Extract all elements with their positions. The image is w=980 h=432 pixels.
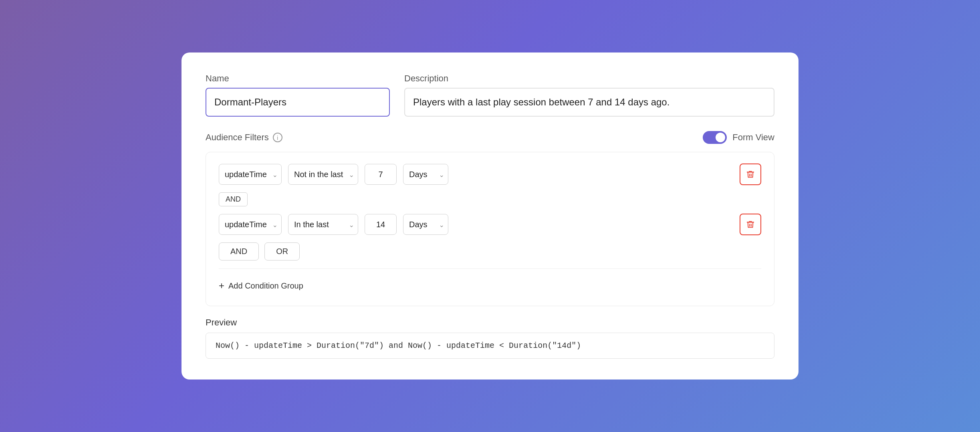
name-field-group: Name (206, 73, 390, 117)
unit-select-wrapper-2: Days Hours Weeks (403, 214, 448, 235)
divider (219, 268, 761, 269)
name-description-row: Name Description (206, 73, 774, 117)
trash-icon-2 (746, 220, 755, 229)
trash-icon-1 (746, 170, 755, 179)
add-condition-group-button[interactable]: + Add Condition Group (219, 277, 303, 295)
and-button[interactable]: AND (219, 242, 259, 260)
filter-row-2: updateTime In the last Not in the last D… (219, 214, 761, 235)
and-or-row: AND OR (219, 242, 761, 260)
name-input[interactable] (206, 88, 390, 117)
preview-label: Preview (206, 317, 774, 328)
operator-select-wrapper-1: Not in the last In the last (288, 164, 358, 185)
name-label: Name (206, 73, 390, 84)
description-input[interactable] (404, 88, 774, 117)
or-button[interactable]: OR (264, 242, 300, 260)
value-input-2[interactable] (365, 214, 397, 235)
unit-select-wrapper-1: Days Hours Weeks (403, 164, 448, 185)
audience-filters-label: Audience Filters (206, 132, 269, 143)
field-select-wrapper-2: updateTime (219, 214, 282, 235)
description-field-group: Description (404, 73, 774, 117)
audience-label-row: Audience Filters i (206, 132, 282, 143)
operator-select-2[interactable]: In the last Not in the last (288, 214, 358, 235)
preview-code: Now() - updateTime > Duration("7d") and … (206, 333, 774, 359)
form-view-toggle: Form View (703, 131, 774, 144)
add-condition-plus-icon: + (219, 280, 224, 291)
value-input-1[interactable] (365, 164, 397, 185)
unit-select-1[interactable]: Days Hours Weeks (403, 164, 448, 185)
operator-select-1[interactable]: Not in the last In the last (288, 164, 358, 185)
delete-button-2[interactable] (740, 214, 761, 235)
info-icon[interactable]: i (273, 133, 282, 142)
filter-row-1: updateTime Not in the last In the last D… (219, 164, 761, 185)
main-card: Name Description Audience Filters i Form… (181, 52, 799, 380)
filters-container: updateTime Not in the last In the last D… (206, 152, 774, 306)
preview-section: Preview Now() - updateTime > Duration("7… (206, 317, 774, 359)
delete-button-1[interactable] (740, 164, 761, 185)
audience-header: Audience Filters i Form View (206, 131, 774, 144)
form-view-toggle-switch[interactable] (703, 131, 727, 144)
and-badge: AND (219, 192, 248, 206)
field-select-1[interactable]: updateTime (219, 164, 282, 185)
description-label: Description (404, 73, 774, 84)
add-condition-group-label: Add Condition Group (228, 281, 303, 291)
field-select-wrapper-1: updateTime (219, 164, 282, 185)
form-view-label: Form View (732, 132, 774, 143)
unit-select-2[interactable]: Days Hours Weeks (403, 214, 448, 235)
operator-select-wrapper-2: In the last Not in the last (288, 214, 358, 235)
field-select-2[interactable]: updateTime (219, 214, 282, 235)
